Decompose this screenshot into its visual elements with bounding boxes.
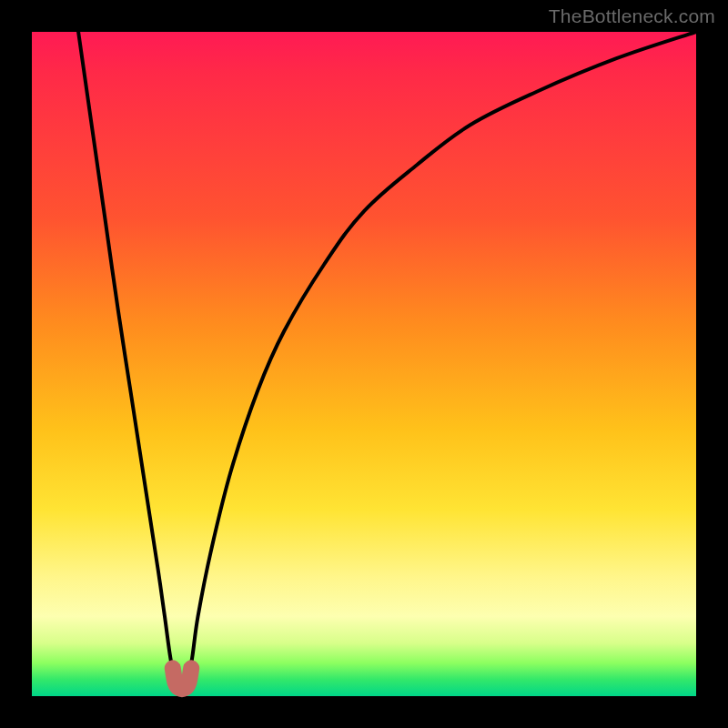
- watermark-text: TheBottleneck.com: [549, 5, 715, 27]
- bottleneck-curve: [78, 32, 696, 685]
- chart-frame: TheBottleneck.com: [0, 0, 728, 728]
- chart-plot-area: [32, 32, 696, 696]
- low-point-marker: [173, 668, 191, 689]
- chart-svg: [32, 32, 696, 696]
